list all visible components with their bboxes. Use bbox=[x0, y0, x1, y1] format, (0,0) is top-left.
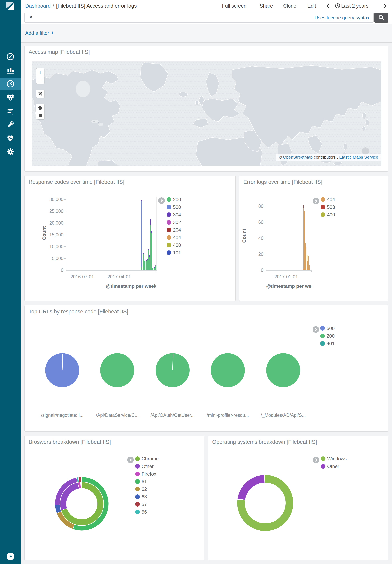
legend-item[interactable]: Other bbox=[321, 464, 347, 469]
pie-chart[interactable] bbox=[45, 353, 79, 387]
sidebar-item-logging[interactable] bbox=[0, 105, 21, 117]
legend-item[interactable]: Chrome bbox=[135, 456, 159, 461]
map-draw-rectangle-button[interactable] bbox=[36, 112, 44, 119]
sidebar-item-dev-tools[interactable] bbox=[0, 118, 21, 131]
lucene-syntax-link[interactable]: Uses lucene query syntax bbox=[314, 15, 369, 21]
legend-item[interactable]: 57 bbox=[135, 502, 159, 507]
search-input[interactable] bbox=[29, 14, 290, 22]
breadcrumb-dashboard-link[interactable]: Dashboard bbox=[25, 3, 51, 9]
legend-item[interactable]: 63 bbox=[135, 494, 159, 499]
add-filter-button[interactable]: Add a filter+ bbox=[25, 30, 54, 36]
sidebar-item-monitoring[interactable] bbox=[0, 132, 21, 144]
donut-slice-63[interactable] bbox=[57, 505, 59, 512]
donut-slice-Other[interactable] bbox=[63, 486, 78, 509]
legend-item[interactable]: 400 bbox=[321, 212, 335, 217]
legend-toggle-button[interactable] bbox=[127, 457, 134, 463]
x-tick-label: 2017-04-01 bbox=[99, 274, 139, 280]
search-submit-button[interactable] bbox=[374, 13, 388, 23]
bar-segment-500[interactable] bbox=[141, 201, 142, 267]
time-back-button[interactable] bbox=[326, 3, 330, 9]
bar-segment-304[interactable] bbox=[143, 253, 144, 254]
legend-dot bbox=[167, 212, 171, 217]
pie-chart[interactable] bbox=[211, 353, 245, 387]
pie-chart[interactable] bbox=[156, 353, 190, 387]
legend-item[interactable]: 62 bbox=[135, 487, 159, 492]
legend-item[interactable]: 56 bbox=[135, 509, 159, 514]
world-map[interactable]: + − bbox=[32, 61, 381, 166]
sidebar-item-discover[interactable] bbox=[0, 50, 21, 63]
legend-item[interactable]: 204 bbox=[167, 227, 181, 232]
bar-segment-302[interactable] bbox=[156, 265, 157, 265]
y-tick bbox=[264, 254, 266, 254]
legend-item[interactable]: 500 bbox=[167, 205, 181, 210]
osm-link[interactable]: OpenStreetMap bbox=[283, 155, 313, 159]
legend-item[interactable]: 101 bbox=[167, 250, 181, 255]
share-button[interactable]: Share bbox=[260, 3, 273, 9]
donut-slice-Firefox[interactable] bbox=[79, 485, 81, 485]
legend-item[interactable]: 304 bbox=[167, 212, 181, 217]
legend-item[interactable]: 200 bbox=[320, 333, 335, 338]
bar-segment-503[interactable] bbox=[306, 247, 306, 249]
sidebar-item-management[interactable] bbox=[0, 146, 21, 158]
legend-toggle-button[interactable] bbox=[313, 457, 319, 463]
legend-item[interactable]: 302 bbox=[167, 220, 181, 225]
pie-chart[interactable] bbox=[266, 353, 300, 387]
legend-item[interactable]: Windows bbox=[321, 456, 347, 461]
y-axis-title: Count bbox=[241, 220, 247, 252]
time-forward-button[interactable] bbox=[383, 3, 387, 9]
map-zoom-in-button[interactable]: + bbox=[36, 69, 44, 76]
legend-item[interactable]: 400 bbox=[167, 243, 181, 248]
bar-segment-200[interactable] bbox=[144, 261, 145, 270]
ems-link[interactable]: Elastic Maps Service bbox=[339, 155, 378, 159]
legend-toggle-button[interactable] bbox=[158, 197, 165, 204]
legend-item[interactable]: 503 bbox=[321, 205, 335, 210]
bar-segment-302[interactable] bbox=[144, 261, 145, 261]
sidebar-expand-button[interactable] bbox=[7, 553, 14, 560]
legend-toggle-button[interactable] bbox=[313, 198, 319, 204]
browsers-donut-chart[interactable] bbox=[54, 476, 110, 532]
bar-segment-200[interactable] bbox=[152, 268, 153, 270]
sidebar-item-visualize[interactable] bbox=[0, 64, 21, 76]
map-fit-bounds-button[interactable] bbox=[36, 90, 44, 97]
bar-segment-304[interactable] bbox=[151, 231, 152, 233]
legend-label: 404 bbox=[327, 197, 335, 202]
sidebar-item-dashboard[interactable] bbox=[0, 78, 21, 90]
bar-segment-200[interactable] bbox=[151, 233, 152, 270]
bar-segment-304[interactable] bbox=[150, 219, 151, 225]
legend-item[interactable]: 404 bbox=[167, 235, 181, 240]
x-axis-title: @timestamp per week bbox=[266, 283, 312, 289]
bar-segment-304[interactable] bbox=[141, 200, 142, 201]
bar-segment-304[interactable] bbox=[144, 259, 145, 260]
legend-toggle-button[interactable] bbox=[313, 326, 319, 333]
donut-slice-Other[interactable] bbox=[241, 479, 264, 499]
legend-item[interactable]: Other bbox=[135, 464, 159, 469]
time-range-picker[interactable]: Last 2 years bbox=[341, 3, 368, 9]
os-donut-chart[interactable] bbox=[237, 475, 294, 531]
legend-label: 56 bbox=[142, 509, 147, 515]
play-icon bbox=[8, 554, 12, 558]
donut-slice-57[interactable] bbox=[79, 479, 81, 480]
donut-slice-56[interactable] bbox=[77, 480, 78, 480]
edit-button[interactable]: Edit bbox=[308, 3, 316, 9]
pie-label: /Api/DataService/C... bbox=[92, 413, 142, 418]
search-icon bbox=[378, 14, 385, 21]
map-draw-polygon-button[interactable] bbox=[36, 104, 44, 112]
clone-button[interactable]: Clone bbox=[283, 3, 296, 9]
chevron-right-icon bbox=[129, 458, 132, 462]
pie-chart[interactable] bbox=[100, 353, 134, 387]
legend-item[interactable]: 404 bbox=[321, 197, 335, 202]
bar-segment-404[interactable] bbox=[310, 269, 310, 270]
bar-segment-200[interactable] bbox=[156, 265, 157, 270]
kibana-logo[interactable] bbox=[6, 2, 15, 10]
full-screen-button[interactable]: Full screen bbox=[222, 3, 246, 9]
legend-item[interactable]: 200 bbox=[167, 197, 181, 202]
chart-legend: 404503400 bbox=[321, 197, 335, 220]
legend-item[interactable]: 500 bbox=[320, 326, 335, 331]
sidebar-item-timelion[interactable] bbox=[0, 91, 21, 104]
legend-item[interactable]: 401 bbox=[320, 341, 335, 346]
legend-item[interactable]: 61 bbox=[135, 479, 159, 484]
legend-item[interactable]: Firefox bbox=[135, 471, 159, 476]
bar-segment-503[interactable] bbox=[303, 206, 304, 208]
map-zoom-out-button[interactable]: − bbox=[36, 76, 44, 83]
bar-segment-304[interactable] bbox=[148, 249, 149, 250]
